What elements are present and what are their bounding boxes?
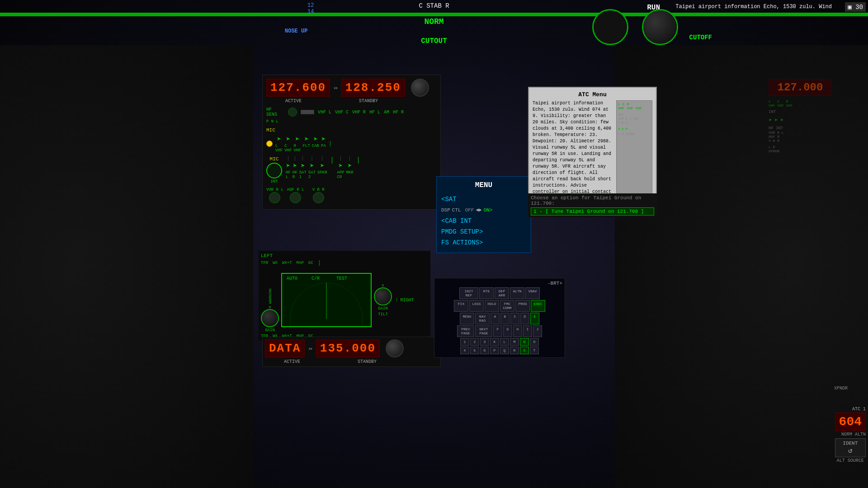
dsp-ctl-row: DSP CTL OFF ◄► ON>: [441, 207, 526, 213]
gain-knob-left[interactable]: 8 GAIN: [261, 305, 279, 333]
app-cr-int[interactable]: | ➤ APPCR: [337, 156, 344, 179]
spkr-int[interactable]: | ➤ SPKR: [317, 156, 327, 179]
vhf-r-selector[interactable]: ➤ RVHF: [293, 135, 301, 153]
menu-item-pmdg-setup[interactable]: PMDG SETUP>: [441, 226, 526, 237]
fmc-key-f[interactable]: F: [493, 325, 502, 337]
fmc-row4: PREV PAGE NEXT PAGE F G H I J: [437, 325, 562, 337]
fmc-row3: MENU NAV RAD A B C D E: [437, 313, 562, 324]
fmc-key-l[interactable]: L: [500, 338, 509, 346]
fmc-key-3[interactable]: 3: [480, 338, 489, 346]
atc-mini-map: L C RVHF VHF VHF INT VOR R L ADF V B R ➤…: [616, 100, 652, 202]
sat1-int[interactable]: | ➤ SAT1: [299, 156, 307, 179]
vhf-toggle[interactable]: [301, 110, 314, 114]
fmc-key-o[interactable]: O: [530, 338, 539, 346]
int-mic-knob[interactable]: [266, 163, 282, 178]
fmc-key-q[interactable]: Q: [500, 347, 509, 354]
fmc-key-t[interactable]: T: [530, 347, 539, 354]
fmc-key-n[interactable]: N: [520, 338, 529, 346]
progress-bar: [0, 13, 868, 16]
fmc-altn[interactable]: ALTN: [510, 287, 524, 299]
fmc-rte[interactable]: RTE: [479, 287, 494, 299]
vbr-knob[interactable]: V B R: [312, 188, 325, 203]
pa-selector[interactable]: ➤ PA: [321, 135, 326, 153]
fmc-key-2[interactable]: 2: [470, 338, 479, 346]
int-mic-section: MIC INT | ➤ HFL | ➤ HFR | ➤ SAT1 |: [266, 156, 437, 184]
hf-sens-knob[interactable]: [288, 108, 297, 117]
fmc-exec[interactable]: EXEC: [531, 300, 545, 312]
gain-knob[interactable]: [261, 309, 279, 327]
flt-selector[interactable]: ➤ FLT: [303, 135, 310, 153]
fmc-hold[interactable]: HOLD: [485, 300, 499, 312]
vhf-c-selector[interactable]: ➤ CVHF: [284, 135, 292, 153]
fmc-fmc-comm[interactable]: FMC COMM: [500, 300, 514, 312]
data-active-display[interactable]: DATA: [265, 339, 305, 357]
mic-channel-row: ➤ LVHF ➤ CVHF ➤ RVHF ➤ FLT ➤ CAB: [266, 135, 437, 153]
mkr-int[interactable]: | ➤ MKR: [346, 156, 353, 179]
fmc-key-e[interactable]: E: [530, 313, 539, 324]
fmc-fix[interactable]: FIX: [454, 300, 468, 312]
left-dial-knob[interactable]: [592, 9, 628, 45]
hf-r-int[interactable]: | ➤ HFR: [292, 156, 297, 179]
fmc-vnav[interactable]: VNAV: [525, 287, 540, 299]
xpndr-label: XPNDR: [834, 386, 848, 391]
fmc-key-s[interactable]: S: [520, 347, 529, 354]
fmc-key-i[interactable]: I: [523, 325, 532, 337]
hf-l-int[interactable]: | ➤ HFL: [286, 156, 291, 179]
ident-button[interactable]: IDENT ↺: [835, 438, 866, 457]
score-display: ▣ 30: [845, 2, 866, 12]
vor-rl-knob[interactable]: VOR R L: [266, 188, 283, 203]
brt-control[interactable]: -BRT+: [437, 281, 562, 286]
active-freq-display[interactable]: 127.600: [266, 79, 330, 97]
sat2-int[interactable]: | ➤ SAT2: [308, 156, 316, 179]
gain-knob-right[interactable]: 8 GAIN: [374, 283, 392, 311]
right-mini-panel: 127.000 LVHF CVHF RVHF INT ➤ ➤ ➤ HF INT …: [769, 79, 868, 153]
fmc-key-c[interactable]: C: [510, 313, 519, 324]
menu-item-sat[interactable]: <SAT: [441, 194, 526, 205]
fmc-prev-page[interactable]: PREV PAGE: [457, 325, 474, 337]
vhf-l-selector[interactable]: ➤ LVHF: [275, 135, 283, 153]
fmc-nav-rad[interactable]: NAV RAD: [475, 313, 490, 324]
fmc-key-j[interactable]: J: [533, 325, 542, 337]
cab-selector[interactable]: ➤ CAB: [312, 135, 319, 153]
fmc-key-d[interactable]: D: [520, 313, 529, 324]
fmc-key-b[interactable]: B: [500, 313, 509, 324]
fmc-key-k[interactable]: K: [490, 338, 499, 346]
fmc-legs[interactable]: LEGS: [469, 300, 484, 312]
vhf-selector-row: HF SENS VHF L VHF C VHF R HF L AM HF R: [266, 107, 437, 117]
fmc-prog[interactable]: PROG: [515, 300, 530, 312]
fmc-key-h[interactable]: H: [513, 325, 522, 337]
standby-freq-display[interactable]: 128.250: [341, 79, 405, 97]
adf-rl-knob[interactable]: ADF R L: [287, 188, 304, 203]
int-mic-control: MIC INT: [266, 156, 282, 184]
fmc-key-5[interactable]: 5: [470, 347, 479, 354]
left-cockpit-panel: [0, 45, 253, 488]
pnl-label: P N L: [266, 119, 437, 124]
fmc-key-4[interactable]: 4: [460, 347, 469, 354]
fmc-init-ref[interactable]: INIT REF: [459, 287, 478, 299]
menu-item-fs-actions[interactable]: FS ACTIONS>: [441, 237, 526, 248]
fmc-key-1[interactable]: 1: [460, 338, 469, 346]
fmc-key-6[interactable]: 6: [480, 347, 489, 354]
right-dial-knob[interactable]: [642, 9, 678, 45]
data-standby-display[interactable]: 135.000: [316, 339, 380, 357]
fmc-key-r[interactable]: R: [510, 347, 519, 354]
right-gain-knob[interactable]: [374, 287, 392, 305]
fmc-key-a[interactable]: A: [491, 313, 500, 324]
fmc-key-p[interactable]: P: [490, 347, 499, 354]
fmc-dep-arr[interactable]: DEP ARR: [495, 287, 509, 299]
tune-option-btn[interactable]: 1 - [ Tune Taipei Ground on 121.700 ]: [531, 207, 654, 216]
radar-sweep: [282, 274, 371, 326]
wx-display-area: WARNING 8 GAIN AUTO C/R TEST 8 GAIN: [261, 267, 428, 333]
standby-tune-knob[interactable]: [411, 79, 429, 97]
wx-top-controls: TFR WX WX+T MAP GC |: [261, 260, 428, 266]
vert-sep1: |: [329, 141, 332, 147]
menu-item-cab-int[interactable]: <CAB INT: [441, 216, 526, 226]
fmc-key-m[interactable]: M: [510, 338, 519, 346]
fmc-panel: -BRT+ INIT REF RTE DEP ARR ALTN VNAV FIX…: [434, 278, 565, 358]
mic-section: MIC ➤ LVHF ➤ CVHF ➤ RVHF ➤: [266, 127, 437, 153]
data-tune-knob[interactable]: [386, 339, 404, 357]
freq-row: 127.600 ⇔ 128.250: [266, 79, 437, 97]
fmc-key-g[interactable]: G: [503, 325, 512, 337]
fmc-next-page[interactable]: NEXT PAGE: [475, 325, 492, 337]
fmc-menu[interactable]: MENU: [460, 313, 474, 324]
